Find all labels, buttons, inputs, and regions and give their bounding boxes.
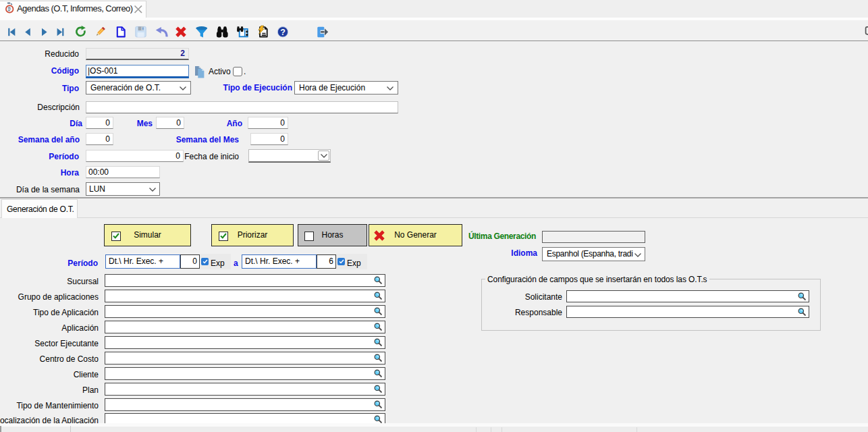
svg-text:?: ?	[280, 28, 286, 37]
